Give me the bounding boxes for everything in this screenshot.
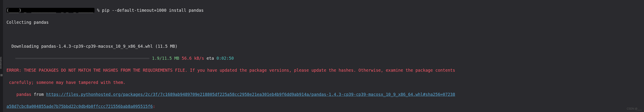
error-url-line-2: a58d7cbc8a004855ade7b75bbd22c0db4b0ffccc…: [6, 103, 641, 109]
error-line-1: ERROR: THESE PACKAGES DO NOT MATCH THE H…: [6, 67, 641, 73]
progress-eta: 0:02:50: [216, 56, 234, 61]
eta-label: eta: [206, 56, 214, 61]
package-url-part1[interactable]: https://files.pythonhosted.org/packages/…: [46, 92, 455, 97]
downloading-line: Downloading pandas-1.4.3-cp39-cp39-macos…: [6, 43, 641, 49]
error-line-2: carefully; someone may have tampered wit…: [6, 80, 641, 86]
error-pkg-line: pandas from https://files.pythonhosted.o…: [6, 91, 641, 98]
watermark: CSDN @___: [627, 107, 642, 111]
from-label: from: [34, 92, 46, 97]
colon: :: [153, 104, 155, 109]
collecting-line: Collecting pandas: [6, 19, 641, 26]
progress-size: 1.9/11.5 MB: [152, 56, 179, 61]
progress-line: 1.9/11.5 MB 56.6 kB/s eta 0:02:50: [6, 55, 641, 62]
package-url-part2[interactable]: a58d7cbc8a004855ade7b75bbd22c0db4b0ffccc…: [6, 104, 153, 109]
progress-speed: 56.6 kB/s: [182, 56, 204, 61]
prompt-line: (____) _ __________ _ _ _ ______ % pip -…: [6, 8, 641, 14]
prompt-host: (____) _ __________ _ _ _ ______: [6, 8, 94, 13]
blank-line: [6, 31, 641, 37]
terminal-output[interactable]: (____) _ __________ _ _ _ ______ % pip -…: [0, 0, 644, 112]
prompt-symbol: %: [97, 8, 100, 13]
command-text: pip --default-timeout=1000 install panda…: [102, 8, 204, 13]
progress-bar: [15, 58, 150, 59]
pkg-name: pandas: [6, 92, 34, 97]
